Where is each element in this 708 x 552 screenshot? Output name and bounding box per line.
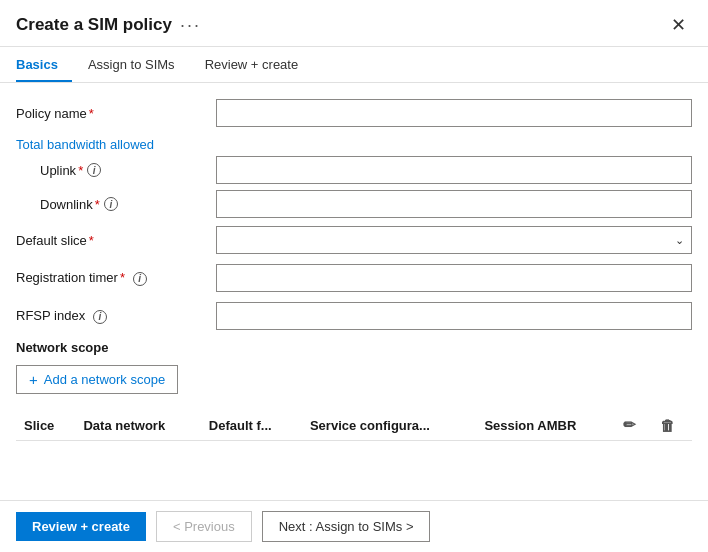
tab-review-create[interactable]: Review + create (205, 47, 313, 82)
total-bandwidth-label: Total bandwidth allowed (16, 137, 216, 152)
more-options-icon[interactable]: ··· (180, 15, 201, 36)
rfsp-index-info-icon[interactable]: i (93, 310, 107, 324)
registration-timer-row: Registration timer* i 3240 (16, 264, 692, 292)
close-button[interactable]: ✕ (665, 14, 692, 36)
previous-button[interactable]: < Previous (156, 511, 252, 542)
table-header-row: Slice Data network Default f... Service … (16, 410, 692, 441)
policy-name-row: Policy name* (16, 99, 692, 127)
dialog-content: Policy name* Total bandwidth allowed Upl… (0, 83, 708, 500)
registration-timer-required: * (120, 270, 125, 285)
rfsp-index-label: RFSP index i (16, 308, 216, 324)
tab-bar: Basics Assign to SIMs Review + create (0, 47, 708, 83)
dialog-title-area: Create a SIM policy ··· (16, 15, 201, 36)
rfsp-index-row: RFSP index i (16, 302, 692, 330)
registration-timer-input[interactable]: 3240 (216, 264, 692, 292)
total-bandwidth-section: Total bandwidth allowed Uplink * i Downl… (16, 137, 692, 218)
default-slice-select[interactable] (216, 226, 692, 254)
dialog-footer: Review + create < Previous Next : Assign… (0, 500, 708, 552)
plus-icon: + (29, 371, 38, 388)
network-scope-table: Slice Data network Default f... Service … (16, 410, 692, 441)
default-slice-required: * (89, 233, 94, 248)
next-button[interactable]: Next : Assign to SIMs > (262, 511, 431, 542)
uplink-row: Uplink * i (16, 156, 692, 184)
dialog-header: Create a SIM policy ··· ✕ (0, 0, 708, 47)
policy-name-label: Policy name* (16, 106, 216, 121)
uplink-info-icon[interactable]: i (87, 163, 101, 177)
downlink-required: * (95, 197, 100, 212)
dialog-title: Create a SIM policy (16, 15, 172, 35)
total-bandwidth-label-row: Total bandwidth allowed (16, 137, 692, 152)
downlink-info-icon[interactable]: i (104, 197, 118, 211)
col-service-config: Service configura... (302, 410, 476, 441)
uplink-label: Uplink * i (16, 163, 216, 178)
add-network-scope-label: Add a network scope (44, 372, 165, 387)
add-network-scope-button[interactable]: + Add a network scope (16, 365, 178, 394)
registration-timer-label: Registration timer* i (16, 270, 216, 286)
default-slice-label: Default slice* (16, 233, 216, 248)
policy-name-input[interactable] (216, 99, 692, 127)
delete-column-icon[interactable]: 🗑 (660, 417, 675, 434)
col-slice: Slice (16, 410, 75, 441)
create-sim-policy-dialog: Create a SIM policy ··· ✕ Basics Assign … (0, 0, 708, 552)
downlink-row: Downlink * i (16, 190, 692, 218)
policy-name-required: * (89, 106, 94, 121)
network-scope-section-label: Network scope (16, 340, 692, 355)
tab-assign-to-sims[interactable]: Assign to SIMs (88, 47, 189, 82)
downlink-label: Downlink * i (16, 197, 216, 212)
uplink-required: * (78, 163, 83, 178)
registration-timer-info-icon[interactable]: i (133, 272, 147, 286)
col-delete-action: 🗑 (652, 410, 692, 441)
tab-basics[interactable]: Basics (16, 47, 72, 82)
default-slice-row: Default slice* ⌄ (16, 226, 692, 254)
uplink-input[interactable] (216, 156, 692, 184)
review-create-button[interactable]: Review + create (16, 512, 146, 541)
rfsp-index-input[interactable] (216, 302, 692, 330)
edit-column-icon[interactable]: ✏ (623, 416, 636, 433)
default-slice-select-wrapper: ⌄ (216, 226, 692, 254)
col-edit-action: ✏ (615, 410, 652, 441)
col-default-f: Default f... (201, 410, 302, 441)
col-session-ambr: Session AMBR (476, 410, 615, 441)
col-data-network: Data network (75, 410, 200, 441)
downlink-input[interactable] (216, 190, 692, 218)
